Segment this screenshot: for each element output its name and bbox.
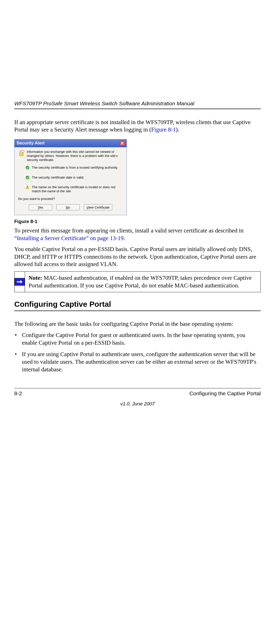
no-button[interactable]: No <box>56 204 80 210</box>
arrow-right-icon <box>15 278 25 286</box>
view-label-rest: iew Certificate <box>89 206 109 209</box>
view-certificate-button[interactable]: View Certificate <box>84 204 112 210</box>
dialog-check1-text: The security certificate is from a trust… <box>32 166 123 170</box>
no-label-rest: o <box>68 206 70 209</box>
footer-row: 8-2 Configuring the Captive Portal <box>14 390 261 397</box>
dialog-title-text: Security Alert <box>17 141 45 146</box>
dialog-warn-row: ! The name on the security certificate i… <box>18 185 123 194</box>
section-rule <box>14 311 261 311</box>
dialog-button-row: Yes No View Certificate <box>18 204 123 211</box>
figure-caption: Figure 8-1 <box>14 219 261 224</box>
figure-8-1-link[interactable]: Figure 8-1 <box>151 126 176 133</box>
dialog-info-text: Information you exchange with this site … <box>27 150 123 162</box>
dialog-warn-text: The name on the security certificate is … <box>32 185 123 194</box>
intro-text-after: ). <box>176 126 179 133</box>
note-text: Note: MAC-based authentication, if enabl… <box>25 272 260 292</box>
para1-before: To prevent this message from appearing o… <box>14 227 243 234</box>
dialog-check2-text: The security certificate date is valid. <box>32 175 123 180</box>
svg-point-3 <box>26 166 29 169</box>
para1-after: . <box>123 235 125 241</box>
footer-section-title: Configuring the Captive Portal <box>189 390 261 397</box>
footer-rule <box>14 388 261 388</box>
note-box: Note: MAC-based authentication, if enabl… <box>14 271 261 292</box>
dialog-titlebar: Security Alert <box>15 139 127 147</box>
document-page: WFS709TP ProSafe Smart Wireless Switch S… <box>14 100 261 403</box>
figure-8-1: Security Alert ! Information you exchang… <box>14 139 261 215</box>
dialog-body: ! Information you exchange with this sit… <box>15 147 127 215</box>
dialog-prompt: Do you want to proceed? <box>18 197 123 201</box>
paragraph-per-essid: You enable Captive Portal on a per-ESSID… <box>14 245 261 268</box>
warning-icon: ! <box>25 185 30 189</box>
yes-button[interactable]: Yes <box>29 204 52 210</box>
bullet-icon: • <box>14 350 22 373</box>
svg-point-4 <box>26 176 29 179</box>
list-item: •Configure the Captive Portal for guest … <box>14 331 261 347</box>
note-icon-cell <box>15 272 25 292</box>
yes-label-rest: es <box>40 206 43 209</box>
header-rule <box>14 109 261 109</box>
lock-warning-icon: ! <box>18 150 25 157</box>
svg-text:!: ! <box>27 186 28 189</box>
security-alert-dialog: Security Alert ! Information you exchang… <box>14 139 127 215</box>
paragraph-install-cert: To prevent this message from appearing o… <box>14 227 261 242</box>
intro-text-before: If an appropriate server certificate is … <box>14 119 251 133</box>
dialog-check1-row: The security certificate is from a trust… <box>18 166 123 170</box>
check-icon <box>25 166 30 170</box>
bullet-text: Configure the Captive Portal for guest o… <box>22 331 261 347</box>
list-item: •If you are using Captive Portal to auth… <box>14 350 261 373</box>
install-cert-link[interactable]: “Installing a Server Certificate” on pag… <box>14 235 123 241</box>
intro-paragraph: If an appropriate server certificate is … <box>14 119 261 134</box>
bullet-text: If you are using Captive Portal to authe… <box>22 350 261 373</box>
page-number: 8-2 <box>14 390 22 397</box>
running-header: WFS709TP ProSafe Smart Wireless Switch S… <box>14 100 261 107</box>
bullet-list: •Configure the Captive Portal for guest … <box>14 331 261 373</box>
svg-rect-0 <box>19 153 23 156</box>
bullet-icon: • <box>14 331 22 347</box>
note-label: Note: <box>29 275 42 281</box>
section-intro: The following are the basic tasks for co… <box>14 320 261 328</box>
check-icon <box>25 175 30 180</box>
dialog-info-row: ! Information you exchange with this sit… <box>18 150 123 162</box>
svg-text:!: ! <box>23 150 23 153</box>
page-footer: 8-2 Configuring the Captive Portal v1.0,… <box>14 388 261 407</box>
footer-version: v1.0, June 2007 <box>14 401 261 407</box>
section-heading: Configuring Captive Portal <box>14 300 261 309</box>
close-icon[interactable] <box>119 141 125 146</box>
dialog-check2-row: The security certificate date is valid. <box>18 175 123 180</box>
note-body: MAC-based authentication, if enabled on … <box>29 275 252 289</box>
